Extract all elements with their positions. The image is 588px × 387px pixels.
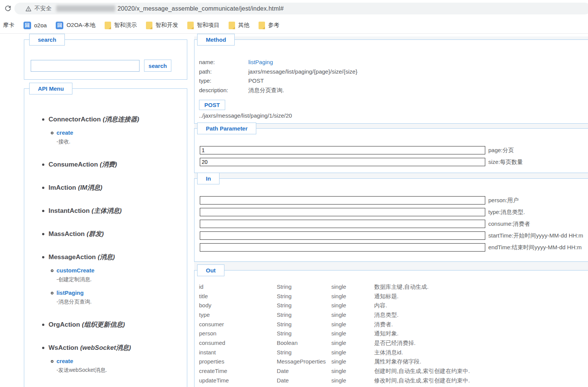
menu-item-orgaction: OrgAction(组织更新信息) [42, 321, 187, 329]
menu-link-connector-create[interactable]: create [56, 129, 73, 136]
out-row-title: titleStringsingle通知标题. [199, 292, 588, 301]
method-row-path: path: jaxrs/message/list/paging/{page}/s… [199, 67, 588, 77]
example-url: ../jaxrs/message/list/paging/1/size/20 [199, 112, 588, 119]
in-row-type: type:消息类型. [200, 208, 588, 216]
bookmark-folder-zhihe-dev[interactable]: 智和开发 [146, 22, 178, 29]
in-input-endtime[interactable] [200, 243, 485, 252]
param-row-page: page:分页 [200, 146, 588, 154]
path-parameter-legend: Path Parameter [197, 123, 256, 134]
menu-link-listpaging[interactable]: listPaging [56, 289, 84, 296]
method-name-link[interactable]: listPaging [248, 58, 273, 67]
param-input-size[interactable] [200, 158, 485, 166]
method-row-name: name: listPaging [199, 58, 588, 67]
menu-link-ws-create[interactable]: create [56, 358, 73, 364]
folder-icon [105, 22, 111, 29]
api-menu-list: ConnectorAction(消息连接器) create -接收. Consu… [24, 89, 187, 374]
api-menu-legend: API Menu [29, 83, 72, 94]
in-panel-legend: In [197, 173, 220, 184]
bookmark-folder-reference[interactable]: 参考 [259, 22, 279, 29]
menu-item-messageaction: MessageAction(消息) [42, 253, 187, 261]
in-row-endtime: endTime:结束时间yyyy-MM-dd HH:m [200, 243, 588, 252]
out-row-type: typeStringsingle消息类型. [199, 310, 588, 320]
redacted-host-blur [56, 5, 115, 12]
method-panel: Method name: listPaging path: jaxrs/mess… [194, 39, 588, 124]
out-panel-legend: Out [197, 264, 224, 276]
search-input[interactable] [31, 60, 140, 72]
out-row-properties: propertiesMessagePropertiessingle属性对象存储字… [199, 357, 588, 367]
in-label-starttime: startTime:开始时间yyyy-MM-dd HH:m [488, 232, 583, 239]
menu-link-desc: -消息分页查询. [51, 297, 187, 306]
page-content: Method name: listPaging path: jaxrs/mess… [0, 34, 588, 387]
in-input-starttime[interactable] [200, 231, 485, 240]
in-label-type: type:消息类型. [488, 209, 525, 216]
menu-item-consumeaction: ConsumeAction(消费) [42, 160, 187, 169]
url-text: 20020/x_message_assemble_communicate/jes… [118, 5, 284, 12]
disc-bullet-icon [42, 164, 44, 166]
out-row-consumer: consumerStringsingle消费者. [199, 320, 588, 329]
menu-item-massaction: MassAction(群发) [42, 230, 187, 238]
in-input-type[interactable] [200, 208, 485, 216]
out-table: idStringsingle数据库主键,自动生成. titleStringsin… [194, 271, 588, 385]
in-row-consume: consume:消费者 [200, 220, 588, 228]
disc-bullet-icon [42, 256, 44, 258]
in-label-endtime: endTime:结束时间yyyy-MM-dd HH:m [488, 244, 582, 251]
out-row-consumed: consumedBooleansingle是否已经消费掉. [199, 338, 588, 348]
in-label-consume: consume:消费者 [488, 220, 530, 228]
in-label-person: person:用户 [488, 197, 519, 204]
param-input-page[interactable] [200, 146, 485, 154]
menu-item-wsaction: WsAction(webSocket消息) [42, 344, 187, 352]
disc-bullet-icon [42, 187, 44, 189]
bookmarks-bar: 摩卡 回 o2oa 回 O2OA-本地 智和演示 智和开发 智和项目 其他 参考 [0, 17, 588, 34]
o2oa-logo-icon: 回 [24, 22, 31, 29]
bookmark-folder-zhihe-demo[interactable]: 智和演示 [105, 22, 137, 29]
out-row-updatetime: updateTimeDatesingle修改时间,自动生成,索引创建在约束中. [199, 376, 588, 385]
bookmark-o2oa[interactable]: 回 o2oa [24, 22, 47, 29]
disc-bullet-icon [42, 118, 44, 121]
method-row-description: description: 消息分页查询. [199, 86, 588, 95]
address-bar[interactable]: 不安全 20020/x_message_assemble_communicate… [14, 3, 588, 14]
method-panel-legend: Method [197, 34, 235, 46]
search-panel-legend: search [29, 34, 65, 46]
folder-icon [229, 22, 235, 29]
menu-item-imaction: ImAction(IM消息) [42, 184, 187, 192]
menu-item-instantaction: InstantAction(主体消息) [42, 207, 187, 215]
out-row-person: personStringsingle通知对象. [199, 329, 588, 338]
in-row-person: person:用户 [200, 196, 588, 205]
menu-link-desc: -创建定制消息. [51, 275, 187, 283]
in-row-starttime: startTime:开始时间yyyy-MM-dd HH:m [200, 231, 588, 240]
api-menu-panel: API Menu ConnectorAction(消息连接器) create -… [24, 88, 187, 387]
post-button[interactable]: POST [199, 100, 225, 110]
out-row-id: idStringsingle数据库主键,自动生成. [199, 282, 588, 292]
security-label: 不安全 [34, 5, 52, 12]
o2oa-logo-icon: 回 [56, 22, 63, 29]
folder-icon [259, 22, 265, 29]
disc-bullet-icon [42, 347, 44, 349]
menu-link-desc: -发送webSocket消息. [51, 366, 187, 374]
search-button[interactable]: search [144, 60, 171, 72]
in-input-person[interactable] [200, 196, 485, 205]
search-panel: search search [24, 39, 187, 80]
circle-bullet-icon [51, 292, 53, 294]
param-row-size: size:每页数量 [200, 158, 588, 166]
menu-link-desc: -接收. [51, 137, 187, 146]
disc-bullet-icon [42, 210, 44, 212]
warning-icon [25, 6, 32, 12]
param-label-size: size:每页数量 [488, 159, 523, 166]
path-parameter-panel: Path Parameter page:分页 size:每页数量 [194, 128, 588, 173]
param-label-page: page:分页 [488, 147, 514, 154]
bookmark-o2oa-local[interactable]: 回 O2OA-本地 [56, 22, 96, 29]
in-input-consume[interactable] [200, 220, 485, 228]
circle-bullet-icon [51, 360, 53, 363]
in-panel: In person:用户 type:消息类型. consume:消费者 star… [194, 178, 588, 262]
reload-icon[interactable] [4, 4, 12, 13]
bookmark-moka[interactable]: 摩卡 [3, 22, 14, 29]
folder-icon [146, 22, 152, 29]
menu-link-customcreate[interactable]: customCreate [56, 267, 94, 274]
bookmark-folder-zhihe-project[interactable]: 智和项目 [187, 22, 220, 29]
right-column: Method name: listPaging path: jaxrs/mess… [194, 34, 588, 387]
out-row-instant: instantStringsingle主体消息id. [199, 348, 588, 357]
circle-bullet-icon [51, 132, 53, 134]
bookmark-folder-other[interactable]: 其他 [229, 22, 249, 29]
browser-top-bar: 不安全 20020/x_message_assemble_communicate… [0, 0, 588, 17]
out-row-body: bodyStringsingle内容. [199, 301, 588, 310]
